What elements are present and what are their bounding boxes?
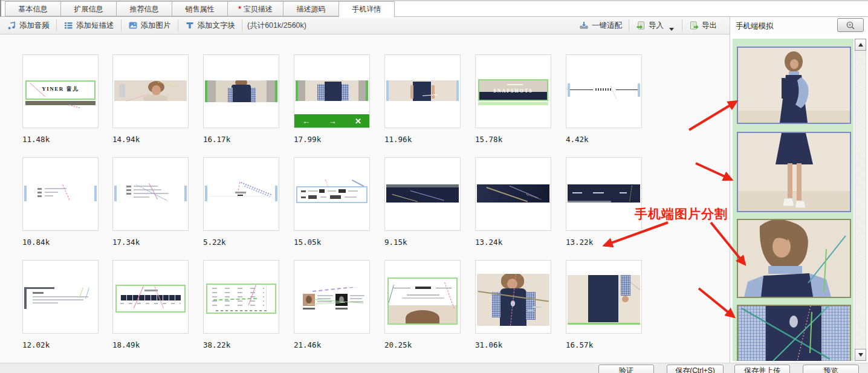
validate-button[interactable]: 验证: [598, 365, 654, 373]
add-image-label: 添加图片: [141, 21, 171, 31]
export-button[interactable]: 导出: [682, 17, 724, 34]
preview-scrollbar-track[interactable]: [855, 39, 866, 361]
thumbnail-image-strip: [477, 274, 549, 326]
thumbnail-size: 16.57k: [566, 340, 593, 349]
import-label: 导入: [649, 21, 664, 31]
thumbnail-card[interactable]: [112, 54, 189, 128]
thumbnail-card[interactable]: [566, 260, 642, 334]
add-audio-button[interactable]: 添加音频: [0, 17, 56, 34]
scroll-down-button[interactable]: [855, 349, 866, 361]
thumbnail-image-strip: [386, 80, 459, 101]
thumbnail-image-strip: [115, 285, 186, 313]
thumbnail-card[interactable]: [203, 54, 279, 128]
move-left-icon[interactable]: ←: [302, 117, 310, 125]
thumbnail-size: 13.22k: [566, 238, 593, 247]
add-short-description-button[interactable]: 添加短描述: [57, 17, 121, 34]
thumbnail-card[interactable]: [112, 260, 189, 334]
tab-description-source[interactable]: 描述源码: [283, 1, 339, 16]
panel-divider: [730, 17, 730, 363]
save-and-upload-button[interactable]: 保存并上传: [734, 365, 790, 373]
thumbnail-size: 17.99k: [294, 135, 321, 144]
thumbnail-image-strip: [568, 184, 640, 203]
thumbnail-image-strip: [386, 184, 459, 203]
adapt-download-icon: [579, 21, 589, 30]
tab-label: 销售属性: [186, 5, 215, 13]
snapshots-caption: SNAPSHOTS: [479, 88, 547, 94]
add-audio-label: 添加音频: [19, 21, 50, 31]
thumbnail-card[interactable]: [384, 260, 461, 334]
thumbnail-size: 11.96k: [384, 135, 412, 144]
thumbnail-image-strip: [296, 186, 368, 203]
thumbnail-card[interactable]: [112, 157, 189, 231]
thumbnail-image-strip: [296, 80, 368, 101]
app-window: 基本信息 扩展信息 推荐信息 销售属性 *宝贝描述 描述源码 手机详情 添加音频…: [0, 0, 868, 373]
move-right-icon[interactable]: →: [329, 117, 337, 125]
import-dropdown-caret-icon[interactable]: [669, 28, 674, 31]
thumbnail-size: 15.78k: [475, 135, 502, 144]
preview-segment-2[interactable]: [737, 132, 851, 212]
tab-mobile-detail[interactable]: 手机详情: [338, 1, 395, 18]
thumbnail-card[interactable]: SNAPSHOTS: [475, 54, 551, 128]
thumbnail-image-strip: [114, 80, 187, 101]
model-photo-lower: [738, 133, 850, 211]
preview-segment-4[interactable]: [737, 305, 851, 361]
save-button[interactable]: 保存(Ctrl+S): [667, 365, 724, 373]
thumbnail-card[interactable]: [384, 157, 461, 231]
thumbnail-card[interactable]: YINER 音儿: [22, 54, 99, 128]
import-button[interactable]: 导入: [629, 17, 682, 34]
toolbar: 添加音频 添加短描述 添加图片 添加文字块 (共计601k/2560k) 一键适…: [0, 17, 730, 34]
triangle-down-icon: [858, 353, 863, 357]
add-image-button[interactable]: 添加图片: [121, 17, 178, 34]
thumbnail-size: 13.24k: [475, 238, 502, 247]
preview-segment-1[interactable]: [737, 47, 851, 124]
thumbnail-size: 21.46k: [294, 340, 321, 349]
tab-sale-attributes[interactable]: 销售属性: [172, 1, 228, 16]
thumbnail-card[interactable]: [384, 54, 461, 128]
preview-zoom-button[interactable]: [837, 18, 864, 32]
thumbnail-card[interactable]: [475, 260, 551, 334]
thumbnail-image-strip: [296, 287, 368, 313]
tab-extended-info[interactable]: 扩展信息: [60, 1, 117, 16]
toolbar-separator: [242, 19, 242, 31]
tab-basic-info[interactable]: 基本信息: [5, 1, 61, 16]
thumbnail-card[interactable]: [294, 260, 370, 334]
one-click-adapt-button[interactable]: 一键适配: [572, 17, 629, 34]
thumbnail-card[interactable]: [22, 157, 99, 231]
thumbnail-card[interactable]: [22, 260, 99, 334]
model-photo-upper: [738, 48, 850, 123]
list-icon: [63, 21, 73, 30]
tab-item-description[interactable]: *宝贝描述: [227, 1, 283, 16]
thumbnail-image-strip: SNAPSHOTS: [478, 79, 548, 101]
thumbnail-size: 18.49k: [112, 340, 140, 349]
thumbnail-size: 16.17k: [203, 135, 230, 144]
preview-button[interactable]: 预览: [803, 365, 859, 373]
scroll-up-button[interactable]: [855, 39, 866, 51]
add-short-description-label: 添加短描述: [76, 21, 114, 31]
preview-segment-3[interactable]: [737, 219, 851, 298]
thumbnail-size: 38.22k: [203, 340, 230, 349]
thumbnail-size: 12.02k: [22, 340, 50, 349]
delete-icon[interactable]: ✕: [355, 117, 361, 125]
thumbnail-card[interactable]: [566, 157, 642, 231]
tab-recommend-info[interactable]: 推荐信息: [116, 1, 172, 16]
export-label: 导出: [702, 21, 717, 31]
tab-bar: 基本信息 扩展信息 推荐信息 销售属性 *宝贝描述 描述源码 手机详情: [5, 1, 394, 17]
thumbnail-image-strip: [477, 184, 549, 203]
thumbnail-card[interactable]: [566, 54, 642, 128]
thumbnail-card[interactable]: [475, 157, 551, 231]
thumbnail-image-strip: [205, 80, 277, 102]
thumbnail-card[interactable]: [294, 157, 370, 231]
thumbnail-size: 20.25k: [384, 340, 412, 349]
tab-label: 宝贝描述: [244, 5, 273, 13]
thumbnail-card[interactable]: [203, 260, 279, 334]
thumbnail-card[interactable]: [203, 157, 279, 231]
export-icon: [689, 21, 699, 30]
required-asterisk: *: [238, 5, 241, 13]
toolbar-right-group: 一键适配 导入 导出: [572, 17, 724, 34]
thumbnail-card-selected[interactable]: ← → ✕: [294, 54, 370, 128]
thumbnail-image-strip: [206, 284, 276, 314]
model-photo-closeup: [738, 220, 850, 297]
image-icon: [128, 21, 138, 30]
music-note-icon: [7, 21, 16, 30]
add-text-block-button[interactable]: 添加文字块: [178, 17, 242, 34]
